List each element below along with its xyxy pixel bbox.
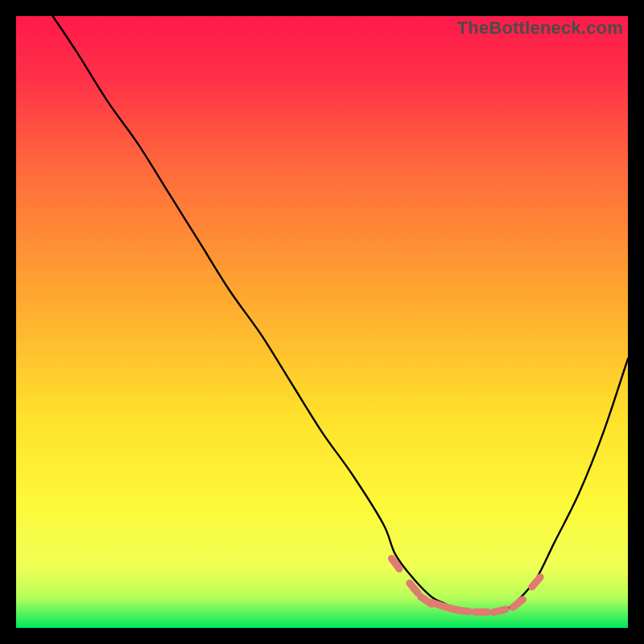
bottleneck-curve xyxy=(53,16,628,613)
marker-dash xyxy=(493,609,506,613)
marker-dash xyxy=(410,583,418,592)
marker-dash xyxy=(513,600,523,608)
optimal-range-markers xyxy=(391,559,540,613)
marker-dash xyxy=(456,610,469,612)
chart-plot-area xyxy=(16,16,628,628)
watermark-text: TheBottleneck.com xyxy=(457,18,623,39)
marker-dash xyxy=(532,577,540,587)
chart-frame: TheBottleneck.com xyxy=(16,16,628,628)
